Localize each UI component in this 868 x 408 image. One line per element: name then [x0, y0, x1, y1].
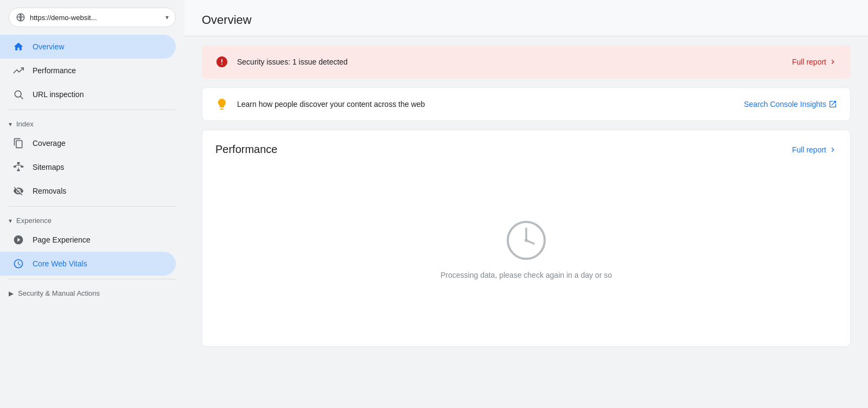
- trending-up-icon: [13, 65, 24, 76]
- svg-point-14: [525, 239, 528, 242]
- sidebar-nav: Overview Performance URL inspection: [0, 35, 184, 301]
- section-index-label: Index: [16, 120, 34, 128]
- file-copy-icon: [13, 138, 24, 149]
- url-text: https://demo-websit...: [30, 14, 161, 22]
- svg-line-2: [21, 97, 23, 99]
- home-icon: [13, 41, 24, 52]
- search-console-insights-link[interactable]: Search Console Insights: [744, 100, 837, 109]
- experience-arrow-icon: ▾: [9, 217, 12, 225]
- page-title: Overview: [202, 13, 252, 27]
- svg-line-8: [15, 165, 18, 166]
- sidebar-item-overview-label: Overview: [33, 42, 64, 51]
- sidebar: https://demo-websit... ▾ Overview Perfor…: [0, 0, 184, 408]
- performance-card-body: Processing data, please check again in a…: [215, 164, 837, 333]
- sidebar-item-performance[interactable]: Performance: [0, 59, 176, 82]
- sidebar-item-removals[interactable]: Removals: [0, 179, 176, 203]
- performance-full-report-label: Full report: [792, 145, 826, 154]
- lightbulb-icon: [215, 98, 228, 111]
- section-header-security[interactable]: ▶ Security & Manual Actions: [0, 283, 184, 301]
- divider-3: [9, 279, 176, 279]
- security-full-report-label: Full report: [792, 58, 826, 66]
- monitor-icon: [13, 234, 24, 245]
- sidebar-item-core-web-vitals[interactable]: Core Web Vitals: [0, 252, 176, 276]
- speed-icon: [13, 258, 24, 269]
- section-security-label: Security & Manual Actions: [18, 289, 100, 297]
- performance-card: Performance Full report Processing data,…: [202, 130, 851, 347]
- performance-card-header: Performance Full report: [215, 143, 837, 156]
- security-alert-banner: Security issues: 1 issue detected Full r…: [202, 45, 851, 79]
- sidebar-item-url-inspection[interactable]: URL inspection: [0, 82, 176, 106]
- divider-2: [9, 206, 176, 207]
- svg-rect-4: [14, 166, 16, 168]
- sidebar-item-page-experience-label: Page Experience: [33, 235, 91, 244]
- sidebar-item-coverage[interactable]: Coverage: [0, 131, 176, 155]
- clock-icon: [505, 219, 548, 262]
- performance-full-report-link[interactable]: Full report: [792, 145, 837, 154]
- insights-text: Learn how people discover your content a…: [237, 100, 735, 109]
- svg-point-1: [15, 91, 21, 97]
- divider-1: [9, 110, 176, 110]
- section-experience-label: Experience: [16, 216, 52, 225]
- insights-banner: Learn how people discover your content a…: [202, 87, 851, 121]
- svg-line-9: [18, 165, 22, 166]
- svg-rect-5: [21, 166, 23, 168]
- sidebar-item-sitemaps-label: Sitemaps: [33, 163, 64, 171]
- sidebar-item-url-inspection-label: URL inspection: [33, 90, 84, 99]
- sidebar-item-removals-label: Removals: [33, 187, 66, 195]
- section-header-index[interactable]: ▾ Index: [0, 113, 184, 131]
- sidebar-item-page-experience[interactable]: Page Experience: [0, 228, 176, 252]
- security-alert-text: Security issues: 1 issue detected: [237, 58, 783, 66]
- sitemap-icon: [13, 162, 24, 173]
- visibility-off-icon: [13, 186, 24, 196]
- section-header-experience[interactable]: ▾ Experience: [0, 210, 184, 228]
- performance-card-title: Performance: [215, 143, 278, 156]
- processing-status-text: Processing data, please check again in a…: [441, 271, 612, 279]
- content-area: Security issues: 1 issue detected Full r…: [184, 36, 868, 355]
- main-content: Overview Security issues: 1 issue detect…: [184, 0, 868, 408]
- sidebar-item-core-web-vitals-label: Core Web Vitals: [33, 259, 87, 268]
- clock-container: Processing data, please check again in a…: [441, 219, 612, 279]
- security-arrow-icon: ▶: [9, 290, 14, 297]
- sidebar-item-performance-label: Performance: [33, 66, 76, 75]
- sidebar-item-coverage-label: Coverage: [33, 139, 66, 148]
- security-full-report-link[interactable]: Full report: [792, 58, 837, 66]
- globe-icon: [16, 12, 25, 22]
- svg-rect-3: [17, 162, 20, 164]
- index-arrow-icon: ▾: [9, 120, 12, 128]
- search-icon: [13, 89, 24, 100]
- page-header: Overview: [184, 0, 868, 36]
- svg-rect-6: [17, 169, 20, 171]
- dropdown-arrow-icon: ▾: [165, 14, 169, 21]
- error-icon: [215, 55, 228, 68]
- insights-link-label: Search Console Insights: [744, 100, 826, 109]
- url-selector[interactable]: https://demo-websit... ▾: [9, 8, 176, 27]
- sidebar-item-sitemaps[interactable]: Sitemaps: [0, 155, 176, 179]
- sidebar-item-overview[interactable]: Overview: [0, 35, 176, 59]
